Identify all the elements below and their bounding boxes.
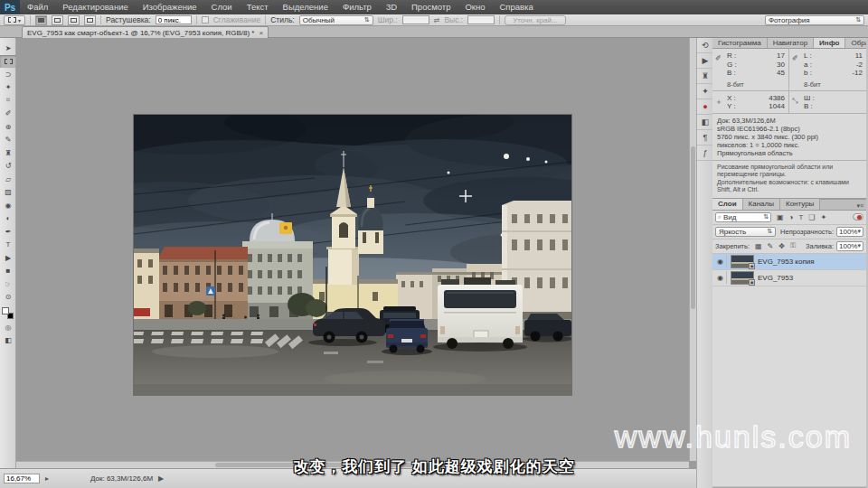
- quick-selection-tool[interactable]: ✦: [0, 81, 16, 95]
- paragraph-panel-icon[interactable]: ¶: [697, 130, 713, 145]
- lock-position-icon[interactable]: ✥: [778, 242, 785, 250]
- selection-mode-subtract-button[interactable]: [68, 15, 80, 25]
- layer-thumbnail[interactable]: ▣: [731, 255, 754, 268]
- feather-input[interactable]: [156, 15, 192, 24]
- tab-histogram[interactable]: Гистограмма: [712, 37, 768, 48]
- link-dimensions-icon[interactable]: ⇄: [434, 16, 440, 24]
- path-selection-tool[interactable]: ▶: [0, 251, 16, 265]
- menu-select[interactable]: Выделение: [276, 0, 335, 14]
- status-menu-arrow-icon[interactable]: ▶: [158, 474, 164, 483]
- close-icon[interactable]: ×: [259, 29, 263, 37]
- tab-channels[interactable]: Каналы: [743, 199, 780, 210]
- type-tool[interactable]: T: [0, 239, 16, 252]
- menu-file[interactable]: Файл: [20, 0, 55, 14]
- document-tab[interactable]: EVG_7953 как смарт-объект-1 @ 16,7% (EVG…: [22, 26, 269, 38]
- color-swatches[interactable]: [0, 306, 16, 321]
- photoshop-logo[interactable]: Ps: [0, 0, 20, 14]
- menu-help[interactable]: Справка: [493, 0, 541, 14]
- actions-panel-icon[interactable]: ▶: [697, 53, 713, 69]
- move-tool[interactable]: ➤: [0, 42, 16, 55]
- workspace-select[interactable]: Фотография ⇅: [765, 15, 864, 25]
- width-input[interactable]: [402, 15, 429, 24]
- selection-mode-intersect-button[interactable]: [84, 15, 96, 25]
- visibility-eye-icon[interactable]: ◉: [714, 255, 727, 267]
- menu-view[interactable]: Просмотр: [404, 0, 458, 14]
- photo-canvas[interactable]: [134, 115, 571, 395]
- mini-bridge-panel-icon[interactable]: ●: [697, 99, 713, 115]
- filter-smart-objects-icon[interactable]: ✦: [820, 213, 826, 221]
- zoom-level-input[interactable]: [4, 474, 40, 483]
- filter-type-layers-icon[interactable]: T: [798, 213, 803, 221]
- clone-stamp-tool[interactable]: ♜: [0, 146, 16, 160]
- screen-mode-button[interactable]: ◧: [0, 334, 16, 348]
- filter-pixel-layers-icon[interactable]: ▣: [777, 213, 784, 221]
- eyedropper-tool[interactable]: ✐: [0, 108, 16, 121]
- masks-panel-icon[interactable]: ◧: [697, 115, 713, 130]
- menu-bar: Ps Файл Редактирование Изображение Слои …: [0, 0, 868, 14]
- tab-layers[interactable]: Слои: [712, 199, 743, 210]
- style-select[interactable]: Обычный ⇅: [299, 15, 373, 25]
- lasso-tool[interactable]: ⊃: [0, 68, 16, 81]
- character-panel-icon[interactable]: ƒ: [697, 145, 713, 161]
- menu-edit[interactable]: Редактирование: [55, 0, 135, 14]
- layer-name[interactable]: EVG_7953: [758, 274, 793, 282]
- antialias-checkbox[interactable]: [202, 16, 209, 23]
- pen-tool[interactable]: ✒: [0, 225, 16, 239]
- options-bar: ▾ Растушевка: Сглаживание Стиль: Обычный…: [0, 14, 868, 26]
- menu-type[interactable]: Текст: [240, 0, 276, 14]
- refine-edge-button[interactable]: Уточн. край...: [505, 15, 566, 25]
- healing-brush-tool[interactable]: ⊕: [0, 120, 16, 134]
- clone-source-panel-icon[interactable]: ♜: [697, 69, 713, 84]
- gradient-tool[interactable]: ▨: [0, 186, 16, 200]
- crop-tool[interactable]: ⌗: [0, 94, 16, 108]
- lock-all-icon[interactable]: ⚿: [790, 241, 796, 250]
- menu-image[interactable]: Изображение: [136, 0, 204, 14]
- menu-window[interactable]: Окно: [458, 0, 492, 14]
- layer-filter-toggle[interactable]: [853, 213, 863, 221]
- brush-tool[interactable]: ✎: [0, 134, 16, 147]
- lock-transparency-icon[interactable]: ▦: [755, 242, 762, 250]
- layer-name[interactable]: EVG_7953 копия: [758, 258, 815, 266]
- selection-mode-add-button[interactable]: [52, 15, 63, 25]
- tool-preset-picker[interactable]: ▾: [4, 15, 25, 25]
- foreground-color-swatch[interactable]: [2, 307, 9, 314]
- panel-menu-icon[interactable]: ▾≡: [856, 202, 866, 210]
- tool-presets-panel-icon[interactable]: ✦: [697, 84, 713, 99]
- history-panel-icon[interactable]: ⟲: [697, 38, 713, 53]
- blend-mode-value: Яркость: [719, 228, 746, 236]
- zoom-tool[interactable]: ⊙: [0, 291, 16, 305]
- rectangular-marquee-tool[interactable]: [0, 55, 16, 69]
- tab-paths[interactable]: Контуры: [780, 199, 820, 210]
- layer-row-copy[interactable]: ◉ ▣ EVG_7953 копия: [712, 254, 866, 270]
- menu-filter[interactable]: Фильтр: [335, 0, 379, 14]
- vertical-scrollbar[interactable]: [689, 38, 696, 461]
- add-selection-icon: [54, 18, 61, 23]
- hand-tool[interactable]: ☞: [0, 277, 16, 291]
- divider: [196, 15, 197, 24]
- history-brush-tool[interactable]: ↺: [0, 160, 16, 174]
- visibility-eye-icon[interactable]: ◉: [714, 271, 727, 284]
- opacity-field[interactable]: 100% ▾: [836, 227, 863, 237]
- tab-info[interactable]: Инфо: [814, 37, 845, 48]
- filter-shape-layers-icon[interactable]: ❑: [808, 213, 815, 221]
- lab-depth: 8-бит: [804, 80, 863, 89]
- scrollbar-thumb[interactable]: [691, 146, 695, 309]
- height-input[interactable]: [467, 15, 495, 24]
- tab-navigator[interactable]: Навигатор: [768, 37, 814, 48]
- filter-adjustment-layers-icon[interactable]: ◑: [789, 213, 794, 221]
- blend-mode-select[interactable]: Яркость ⇅: [715, 227, 776, 237]
- shape-tool[interactable]: ■: [0, 265, 16, 278]
- quick-mask-button[interactable]: ◎: [0, 321, 16, 334]
- layer-filter-select[interactable]: ⌕ Вид ⇅: [715, 212, 771, 222]
- selection-mode-new-button[interactable]: [35, 15, 47, 25]
- tab-swatches[interactable]: Образцы: [845, 37, 868, 48]
- menu-3d[interactable]: 3D: [379, 0, 404, 14]
- layer-thumbnail[interactable]: ▣: [731, 271, 754, 285]
- menu-layers[interactable]: Слои: [204, 0, 240, 14]
- dodge-tool[interactable]: ◐: [0, 212, 16, 226]
- blur-tool[interactable]: ◉: [0, 199, 16, 212]
- lock-pixels-icon[interactable]: ✎: [768, 242, 774, 250]
- fill-field[interactable]: 100% ▾: [836, 241, 863, 251]
- layer-row-original[interactable]: ◉ ▣ EVG_7953: [712, 270, 866, 286]
- eraser-tool[interactable]: ▱: [0, 173, 16, 186]
